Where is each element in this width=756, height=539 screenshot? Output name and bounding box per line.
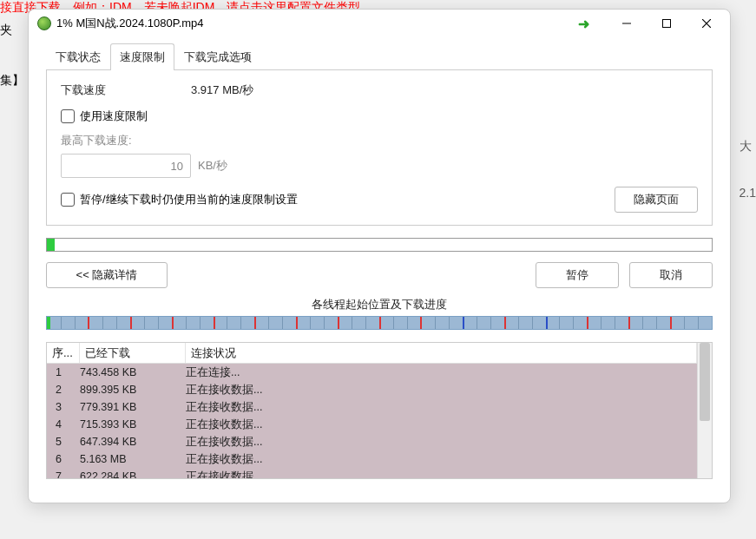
col-downloaded[interactable]: 已经下载	[80, 343, 186, 363]
segment-tick	[186, 317, 187, 329]
table-row[interactable]: 65.163 MB正在接收数据...	[47, 450, 697, 468]
minimize-button[interactable]	[607, 10, 647, 36]
cell-downloaded: 899.395 KB	[80, 384, 186, 396]
tab-speed-limit[interactable]: 速度限制	[110, 43, 174, 70]
idm-app-icon	[37, 16, 51, 30]
segment-mark	[214, 317, 215, 329]
segment-tick	[144, 317, 145, 329]
segment-mark	[172, 317, 174, 329]
segment-tick	[158, 317, 159, 329]
cell-index: 7	[47, 470, 80, 478]
cell-status: 正在接收数据	[186, 470, 692, 479]
segment-tick	[518, 317, 519, 329]
segment-tick	[393, 317, 394, 329]
segment-tick	[642, 317, 643, 329]
segment-tick	[268, 317, 269, 329]
download-arrow-icon: ➜	[578, 16, 589, 32]
cell-status: 正在接收数据...	[186, 417, 692, 432]
cell-downloaded: 622.284 KB	[80, 470, 186, 478]
hide-page-button[interactable]: 隐藏页面	[615, 187, 698, 213]
segment-tick	[532, 317, 533, 329]
segment-mark	[88, 317, 89, 329]
cell-index: 1	[47, 366, 80, 378]
bg-left-1: 夹	[0, 23, 24, 38]
segment-mark	[420, 317, 422, 329]
bg-left-2: 集】	[0, 73, 24, 89]
table-row[interactable]: 7622.284 KB正在接收数据	[47, 468, 697, 478]
cell-index: 3	[47, 401, 80, 413]
keep-limit-on-resume-checkbox[interactable]	[61, 193, 75, 207]
segment-tick	[75, 317, 76, 329]
cell-index: 2	[47, 384, 80, 396]
keep-limit-on-resume-label: 暂停/继续下载时仍使用当前的速度限制设置	[80, 192, 298, 207]
segment-tick	[61, 317, 62, 329]
progress-bar	[46, 238, 713, 252]
segment-tick	[490, 317, 491, 329]
tabs: 下载状态 速度限制 下载完成选项	[46, 43, 713, 70]
cancel-button[interactable]: 取消	[629, 262, 713, 288]
segment-tick	[573, 317, 574, 329]
table-row[interactable]: 3779.391 KB正在接收数据...	[47, 398, 697, 416]
segments-label: 各线程起始位置及下载进度	[46, 297, 713, 312]
segment-tick	[684, 317, 685, 329]
segment-mark	[628, 317, 630, 329]
cell-index: 4	[47, 418, 80, 431]
segment-mark	[463, 317, 464, 329]
bg-right-1: 大	[740, 139, 756, 154]
tab-status[interactable]: 下载状态	[46, 43, 110, 70]
segment-tick	[352, 317, 352, 329]
segment-mark	[504, 317, 506, 329]
cell-status: 正在接收数据...	[186, 400, 692, 415]
table-scrollbar[interactable]	[697, 343, 712, 478]
segment-tick	[601, 317, 602, 329]
segment-tick	[116, 317, 117, 329]
cell-status: 正在连接...	[186, 365, 692, 380]
max-speed-input[interactable]: 10	[61, 154, 191, 178]
segment-mark	[546, 317, 548, 329]
segment-mark	[670, 317, 672, 329]
table-row[interactable]: 5647.394 KB正在接收数据...	[47, 433, 697, 450]
table-row[interactable]: 2899.395 KB正在接收数据...	[47, 381, 697, 398]
threads-table: 序... 已经下载 连接状况 1743.458 KB正在连接...2899.39…	[46, 342, 713, 479]
cell-downloaded: 779.391 KB	[80, 401, 186, 413]
tab-on-complete[interactable]: 下载完成选项	[174, 43, 261, 70]
close-button[interactable]	[687, 10, 726, 36]
segment-tick	[310, 317, 311, 329]
segment-tick	[240, 317, 241, 329]
segment-tick	[477, 317, 477, 329]
maximize-button[interactable]	[647, 10, 687, 36]
bg-right-2: 2.1	[740, 186, 756, 200]
segment-mark	[379, 317, 381, 329]
segments-bar	[46, 316, 713, 330]
segment-tick	[365, 317, 366, 329]
use-speed-limit-checkbox[interactable]	[61, 109, 75, 123]
table-row[interactable]: 4715.393 KB正在接收数据...	[47, 416, 697, 433]
cell-downloaded: 647.394 KB	[80, 436, 186, 448]
cell-downloaded: 5.163 MB	[80, 453, 186, 465]
col-status[interactable]: 连接状况	[186, 343, 697, 363]
hide-details-button[interactable]: << 隐藏详情	[46, 262, 168, 288]
cell-status: 正在接收数据...	[186, 383, 692, 398]
scrollbar-thumb[interactable]	[700, 343, 710, 421]
segment-tick	[407, 317, 408, 329]
download-speed-label: 下载速度	[61, 82, 191, 98]
table-row[interactable]: 1743.458 KB正在连接...	[47, 364, 697, 381]
download-speed-value: 3.917 MB/秒	[191, 82, 253, 98]
segment-mark	[254, 317, 256, 329]
pause-button[interactable]: 暂停	[536, 262, 619, 288]
segment-tick	[102, 317, 103, 329]
titlebar[interactable]: 1% M国N战.2024.1080P.mp4 ➜	[29, 10, 730, 37]
segment-mark	[296, 317, 298, 329]
segment-mark	[338, 317, 339, 329]
cell-status: 正在接收数据...	[186, 435, 692, 450]
segment-tick	[559, 317, 560, 329]
segment-tick	[282, 317, 283, 329]
window-title: 1% M国N战.2024.1080P.mp4	[56, 16, 204, 31]
segment-tick	[227, 317, 227, 329]
progress-fill	[47, 239, 55, 251]
segment-mark	[47, 317, 50, 329]
max-speed-label: 最高下载速度:	[61, 133, 698, 148]
col-index[interactable]: 序...	[47, 343, 80, 363]
segment-tick	[200, 317, 201, 329]
cell-status: 正在接收数据...	[186, 452, 692, 467]
